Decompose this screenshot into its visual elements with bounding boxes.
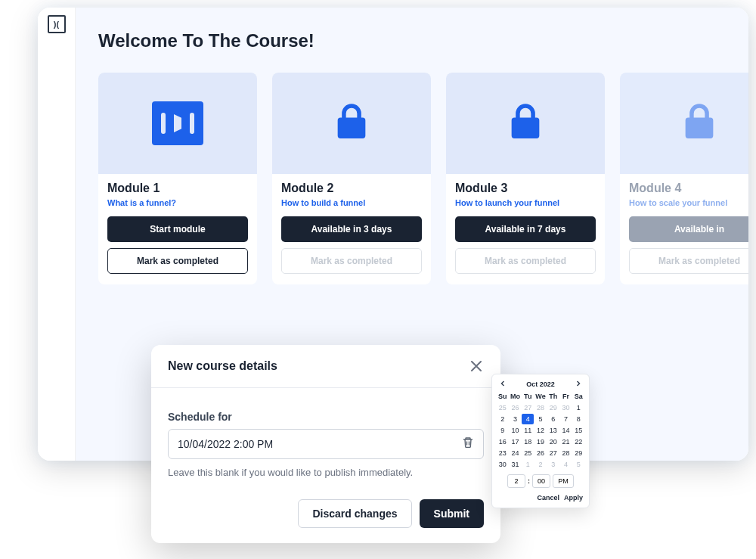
lock-icon xyxy=(335,102,368,144)
funnel-icon xyxy=(152,101,203,145)
modal-header: New course details xyxy=(151,345,500,388)
datepicker-day[interactable]: 5 xyxy=(572,459,584,470)
datepicker-day[interactable]: 1 xyxy=(572,402,584,413)
module-primary-button[interactable]: Available in 3 days xyxy=(281,216,422,242)
modal-footer: Discard changes Submit xyxy=(151,489,500,543)
lock-icon xyxy=(683,102,716,144)
datepicker-day[interactable]: 14 xyxy=(560,425,572,436)
module-secondary-button: Mark as completed xyxy=(455,248,596,274)
modal-body: Schedule for Leave this blank if you wou… xyxy=(151,388,500,489)
module-subtitle[interactable]: How to launch your funnel xyxy=(455,198,596,207)
module-title: Module 2 xyxy=(281,182,422,195)
datepicker-day[interactable]: 23 xyxy=(497,448,509,458)
lock-icon xyxy=(509,102,542,144)
datepicker-day[interactable]: 13 xyxy=(547,425,559,436)
datepicker-day[interactable]: 31 xyxy=(510,459,522,470)
datepicker-day[interactable]: 27 xyxy=(547,448,559,458)
datepicker-day[interactable]: 15 xyxy=(572,425,584,436)
app-logo[interactable]: )( xyxy=(48,15,66,33)
next-month-icon[interactable] xyxy=(574,380,583,388)
module-icon-area xyxy=(620,73,748,174)
datepicker-day[interactable]: 3 xyxy=(510,414,522,424)
datepicker-day[interactable]: 12 xyxy=(534,425,547,436)
datepicker-day[interactable]: 28 xyxy=(560,448,572,458)
datepicker-dow: Sa xyxy=(572,391,584,402)
datepicker-day[interactable]: 24 xyxy=(510,448,522,458)
datepicker-dow: Th xyxy=(547,391,559,402)
schedule-input-wrap[interactable] xyxy=(168,429,484,459)
module-secondary-button[interactable]: Mark as completed xyxy=(107,248,248,274)
datepicker-cancel-button[interactable]: Cancel xyxy=(537,494,559,502)
datepicker-day[interactable]: 8 xyxy=(572,414,584,424)
datepicker-day[interactable]: 19 xyxy=(534,436,547,447)
sidebar-rail: )( xyxy=(38,8,76,461)
datepicker-day[interactable]: 7 xyxy=(560,414,572,424)
datepicker-day[interactable]: 28 xyxy=(534,402,547,413)
datepicker-day[interactable]: 9 xyxy=(497,425,509,436)
schedule-input[interactable] xyxy=(178,438,462,450)
datepicker-footer: Cancel Apply xyxy=(497,494,584,502)
ampm-toggle[interactable]: PM xyxy=(553,474,574,488)
datepicker-day[interactable]: 27 xyxy=(522,402,534,413)
datepicker-dow: Su xyxy=(497,391,509,402)
datepicker-day[interactable]: 3 xyxy=(547,459,559,470)
module-body: Module 1What is a funnel?Start moduleMar… xyxy=(98,174,257,284)
module-subtitle[interactable]: How to build a funnel xyxy=(281,198,422,207)
datepicker-apply-button[interactable]: Apply xyxy=(564,494,583,502)
schedule-field-label: Schedule for xyxy=(168,411,484,423)
prev-month-icon[interactable] xyxy=(498,380,507,388)
datepicker-day[interactable]: 30 xyxy=(560,402,572,413)
datepicker-day[interactable]: 20 xyxy=(547,436,559,447)
datepicker-day[interactable]: 4 xyxy=(560,459,572,470)
page-title: Welcome To The Course! xyxy=(98,30,748,51)
datepicker-day[interactable]: 5 xyxy=(534,414,547,424)
module-secondary-button: Mark as completed xyxy=(629,248,748,274)
close-icon[interactable] xyxy=(469,359,484,374)
minute-input[interactable] xyxy=(532,474,550,488)
datepicker-day[interactable]: 25 xyxy=(522,448,534,458)
datepicker-day[interactable]: 16 xyxy=(497,436,509,447)
datepicker-day[interactable]: 25 xyxy=(497,402,509,413)
datepicker-day[interactable]: 1 xyxy=(522,459,534,470)
module-subtitle[interactable]: What is a funnel? xyxy=(107,198,248,207)
module-primary-button[interactable]: Available in 7 days xyxy=(455,216,596,242)
datepicker-dow: We xyxy=(534,391,547,402)
datepicker-day[interactable]: 29 xyxy=(572,448,584,458)
course-details-modal: New course details Schedule for Leave th… xyxy=(151,345,500,543)
module-body: Module 3How to launch your funnelAvailab… xyxy=(446,174,605,284)
module-title: Module 1 xyxy=(107,182,248,195)
datepicker-day[interactable]: 4 xyxy=(522,414,534,424)
datepicker-day[interactable]: 18 xyxy=(522,436,534,447)
datepicker-time-row: : PM xyxy=(497,474,584,488)
discard-button[interactable]: Discard changes xyxy=(298,499,411,528)
time-colon: : xyxy=(528,477,530,485)
datepicker-day[interactable]: 26 xyxy=(534,448,547,458)
datepicker-day[interactable]: 21 xyxy=(560,436,572,447)
submit-button[interactable]: Submit xyxy=(420,499,484,528)
datepicker-day[interactable]: 2 xyxy=(497,414,509,424)
module-primary-button: Available in xyxy=(629,216,748,242)
module-title: Module 3 xyxy=(455,182,596,195)
datepicker-day[interactable]: 22 xyxy=(572,436,584,447)
module-card: Module 1What is a funnel?Start moduleMar… xyxy=(98,73,257,284)
module-icon-area xyxy=(98,73,257,174)
module-card: Module 4How to scale your funnelAvailabl… xyxy=(620,73,748,284)
module-body: Module 4How to scale your funnelAvailabl… xyxy=(620,174,748,284)
datepicker-day[interactable]: 10 xyxy=(510,425,522,436)
datepicker-dow: Tu xyxy=(522,391,534,402)
module-card: Module 2How to build a funnelAvailable i… xyxy=(272,73,431,284)
datepicker-day[interactable]: 11 xyxy=(522,425,534,436)
hour-input[interactable] xyxy=(507,474,525,488)
module-primary-button[interactable]: Start module xyxy=(107,216,248,242)
datepicker-day[interactable]: 17 xyxy=(510,436,522,447)
module-subtitle[interactable]: How to scale your funnel xyxy=(629,198,748,207)
datepicker-day[interactable]: 30 xyxy=(497,459,509,470)
trash-icon[interactable] xyxy=(462,436,474,452)
datepicker-dow: Fr xyxy=(560,391,572,402)
datepicker-day[interactable]: 6 xyxy=(547,414,559,424)
datepicker-grid: SuMoTuWeThFrSa25262728293012345678910111… xyxy=(497,391,584,470)
datepicker-day[interactable]: 26 xyxy=(510,402,522,413)
datepicker-day[interactable]: 2 xyxy=(534,459,547,470)
datepicker-day[interactable]: 29 xyxy=(547,402,559,413)
module-title: Module 4 xyxy=(629,182,748,195)
